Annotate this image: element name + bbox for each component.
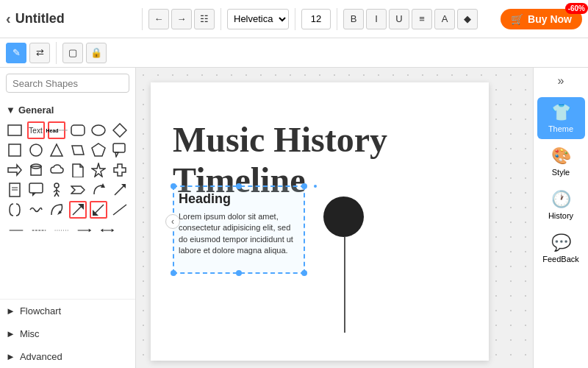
- svg-rect-4: [9, 144, 21, 156]
- list-button[interactable]: ≡: [412, 9, 432, 29]
- underline-button[interactable]: U: [389, 9, 409, 29]
- svg-marker-11: [8, 165, 21, 175]
- canvas-circle[interactable]: [323, 197, 364, 237]
- svg-marker-26: [71, 186, 85, 194]
- italic-button[interactable]: I: [366, 9, 387, 29]
- shape-rounded-rect[interactable]: [69, 121, 87, 139]
- shape-triangle[interactable]: [48, 141, 65, 159]
- frame-button[interactable]: ▢: [62, 43, 83, 63]
- general-section-header[interactable]: ▼ General: [6, 102, 129, 118]
- right-panel-style[interactable]: 🎨 Style: [537, 141, 585, 183]
- redo-button[interactable]: →: [171, 9, 192, 29]
- svg-marker-8: [92, 144, 105, 156]
- svg-marker-6: [51, 144, 62, 156]
- draw-button[interactable]: ✎: [6, 43, 26, 63]
- shape-arrow-left-down[interactable]: [90, 201, 107, 219]
- shape-cross[interactable]: [111, 161, 129, 179]
- font-family-select[interactable]: Helvetica: [227, 9, 289, 29]
- shape-diagonal-arrow[interactable]: [111, 181, 129, 199]
- svg-rect-18: [29, 183, 43, 193]
- fill-button[interactable]: ◆: [457, 9, 478, 29]
- font-size-input[interactable]: [301, 9, 331, 29]
- cart-icon: 🛒: [511, 13, 523, 25]
- rotation-handle[interactable]: [312, 183, 318, 189]
- shape-parallelogram[interactable]: [69, 141, 87, 159]
- svg-line-28: [115, 185, 125, 195]
- selection-handle-bl: [171, 270, 176, 276]
- canvas-vertical-line[interactable]: [344, 237, 345, 333]
- svg-marker-40: [89, 229, 92, 232]
- shape-doc[interactable]: [69, 161, 87, 179]
- svg-line-25: [57, 193, 59, 197]
- right-panel-feedback[interactable]: 💬 FeedBack: [537, 227, 585, 269]
- shape-text[interactable]: Text: [27, 121, 45, 139]
- svg-marker-42: [101, 229, 104, 232]
- svg-line-35: [113, 205, 126, 215]
- shape-solid-line[interactable]: [6, 222, 26, 239]
- shape-arrow-up-right[interactable]: [69, 201, 87, 219]
- bold-button[interactable]: B: [343, 9, 364, 29]
- right-panel: » 👕 Theme 🎨 Style 🕐 History 💬 FeedBack: [533, 68, 588, 368]
- sidebar-item-misc[interactable]: ► Misc: [0, 322, 135, 345]
- canvas-area: Music History Timeline Heading Lorem ips…: [136, 68, 533, 368]
- toolbar-row1: ‹ Untitled ← → ☷ Helvetica B I U ≡ A ◆ 🛒…: [0, 0, 588, 38]
- shape-circle[interactable]: [27, 141, 45, 159]
- theme-icon: 👕: [551, 103, 571, 122]
- shape-pentagon[interactable]: [90, 141, 107, 159]
- undo-button[interactable]: ←: [148, 9, 169, 29]
- shape-cylinder[interactable]: [27, 161, 45, 179]
- canvas-page[interactable]: Music History Timeline Heading Lorem ips…: [151, 82, 489, 361]
- sidebar-item-flowchart[interactable]: ► Flowchart: [0, 300, 135, 322]
- app-title: Untitled: [15, 11, 65, 26]
- svg-rect-1: [71, 125, 85, 135]
- shape-line[interactable]: [111, 201, 129, 219]
- shape-double-arrow-line[interactable]: [97, 222, 118, 239]
- shape-diamond[interactable]: [111, 121, 129, 139]
- shape-rectangle[interactable]: [6, 121, 24, 139]
- shape-heading[interactable]: Head ━━━: [48, 121, 65, 139]
- selection-handle-br: [301, 270, 307, 276]
- shape-page[interactable]: [6, 181, 24, 199]
- shape-square[interactable]: [6, 141, 24, 159]
- divider5: [56, 42, 57, 64]
- back-button[interactable]: ‹: [6, 10, 11, 27]
- shape-arrow-right[interactable]: [6, 161, 24, 179]
- canvas-heading-box[interactable]: Heading Lorem ipsum dolor sit amet, cons…: [173, 185, 305, 274]
- sidebar-item-advanced[interactable]: ► Advanced: [0, 345, 135, 368]
- shape-wavy[interactable]: [27, 201, 45, 219]
- buy-now-button[interactable]: 🛒 Buy Now -60%: [501, 9, 582, 29]
- sidebar: 🔍 ▼ General Text Head ━━━: [0, 68, 136, 368]
- app-title-area: ‹ Untitled: [6, 10, 136, 27]
- shape-dotted-line[interactable]: [51, 222, 72, 239]
- collapse-left-button[interactable]: ‹: [165, 214, 180, 229]
- shape-person[interactable]: [48, 181, 65, 199]
- shape-bracket[interactable]: [6, 201, 24, 219]
- shape-cloud[interactable]: [48, 161, 65, 179]
- shape-arrow-line[interactable]: [74, 222, 95, 239]
- selection-handle-bm: [236, 270, 242, 276]
- shape-callout[interactable]: [111, 141, 129, 159]
- history-label: History: [548, 211, 573, 220]
- shapes-grid: Text Head ━━━: [6, 121, 129, 219]
- style-label: Style: [552, 168, 570, 177]
- nav3-button[interactable]: ☷: [194, 9, 215, 29]
- search-input[interactable]: [12, 78, 136, 89]
- right-panel-history[interactable]: 🕐 History: [537, 184, 585, 226]
- general-arrow: ▼: [6, 105, 15, 116]
- shape-ellipse[interactable]: [90, 121, 107, 139]
- shape-chevron[interactable]: [69, 181, 87, 199]
- right-expand-button[interactable]: »: [546, 71, 576, 91]
- shape-curved-arrow[interactable]: [90, 181, 107, 199]
- shape-spiral-arrow[interactable]: [48, 201, 65, 219]
- right-panel-theme[interactable]: 👕 Theme: [537, 97, 585, 139]
- shape-comment[interactable]: [27, 181, 45, 199]
- text-color-button[interactable]: A: [434, 9, 455, 29]
- shape-star[interactable]: [90, 161, 107, 179]
- svg-marker-7: [72, 146, 84, 155]
- sidebar-content: ▼ General Text Head ━━━: [0, 99, 135, 299]
- shape-dashed-line[interactable]: [29, 222, 49, 239]
- lock-button[interactable]: 🔒: [86, 43, 107, 63]
- svg-point-20: [54, 183, 59, 188]
- connect-button[interactable]: ⇄: [29, 43, 50, 63]
- heading-text: Heading: [179, 191, 299, 207]
